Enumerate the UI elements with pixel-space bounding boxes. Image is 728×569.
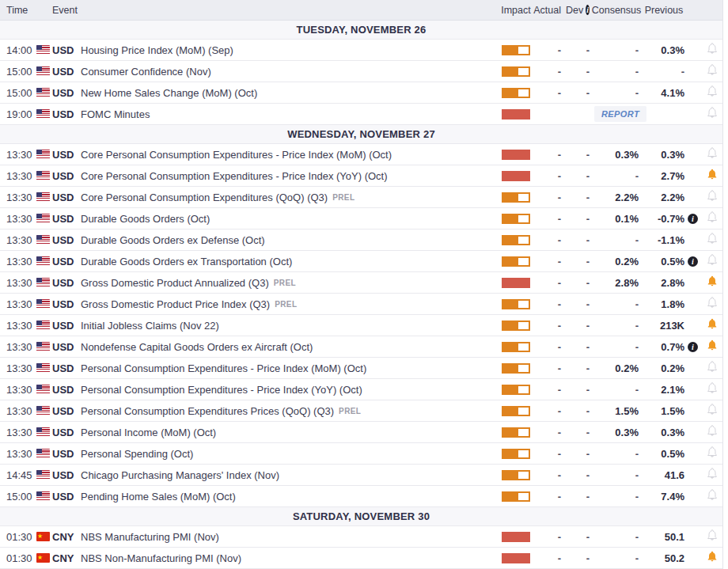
actual-value: - — [534, 531, 566, 543]
consensus-value: - — [594, 44, 643, 56]
event-row[interactable]: 13:30USDDurable Goods Orders (Oct)--0.1%… — [0, 208, 722, 229]
flag-cell — [36, 235, 52, 245]
event-name-cell: New Home Sales Change (MoM) (Oct) — [81, 87, 498, 99]
event-time: 13:30 — [0, 277, 36, 289]
bell-active-icon[interactable] — [706, 168, 719, 184]
consensus-value: - — [594, 66, 643, 78]
currency-code: USD — [52, 491, 81, 503]
impact-indicator-medium — [502, 491, 530, 502]
event-row[interactable]: 13:30USDPersonal Income (MoM) (Oct)--0.3… — [0, 422, 722, 443]
bell-icon[interactable] — [706, 42, 719, 58]
bell-cell — [702, 446, 722, 461]
previous-info-icon[interactable]: i — [688, 214, 698, 224]
report-link[interactable]: REPORT — [594, 106, 646, 122]
event-name-cell: Personal Spending (Oct) — [81, 448, 498, 460]
event-row[interactable]: 13:30USDDurable Goods Orders ex Defense … — [0, 229, 722, 251]
event-name-cell: NBS Non-Manufacturing PMI (Nov) — [81, 552, 498, 564]
event-row[interactable]: 13:30USDGross Domestic Product Annualize… — [0, 272, 722, 294]
flag-cell — [36, 470, 52, 480]
event-row[interactable]: 14:45USDChicago Purchasing Managers' Ind… — [0, 465, 722, 486]
deviation-value: - — [566, 87, 594, 99]
bell-icon[interactable] — [706, 467, 719, 483]
event-row[interactable]: 01:30CNYNBS Manufacturing PMI (Nov)---50… — [0, 526, 722, 548]
bell-icon[interactable] — [706, 146, 719, 162]
event-time: 13:30 — [0, 320, 36, 332]
event-row[interactable]: 13:30USDPersonal Consumption Expenditure… — [0, 400, 722, 422]
bell-icon[interactable] — [706, 296, 719, 312]
impact-cell — [498, 150, 534, 160]
bell-cell — [702, 424, 722, 440]
event-row[interactable]: 15:00USDPending Home Sales (MoM) (Oct)--… — [0, 486, 722, 507]
event-row[interactable]: 14:00USDHousing Price Index (MoM) (Sep)-… — [0, 40, 722, 61]
bell-icon[interactable] — [706, 360, 719, 376]
deviation-value: - — [566, 298, 594, 310]
event-name: Chicago Purchasing Managers' Index (Nov) — [81, 469, 279, 481]
bell-icon[interactable] — [706, 106, 719, 122]
flag-cell — [36, 150, 52, 159]
event-row[interactable]: 13:30USDPersonal Consumption Expenditure… — [0, 358, 722, 379]
prel-badge: PREL — [274, 279, 296, 287]
bell-active-icon[interactable] — [706, 550, 719, 566]
event-row[interactable]: 13:30USDNondefense Capital Goods Orders … — [0, 336, 722, 358]
flag-cell — [36, 66, 52, 76]
event-row[interactable]: 13:30USDGross Domestic Product Price Ind… — [0, 294, 722, 315]
bell-active-icon[interactable] — [706, 275, 719, 290]
bell-icon[interactable] — [706, 189, 719, 205]
previous-info-icon[interactable]: i — [688, 256, 698, 267]
event-row[interactable]: 13:30USDCore Personal Consumption Expend… — [0, 144, 722, 165]
deviation-value: - — [566, 149, 594, 161]
event-row[interactable]: 13:30USDCore Personal Consumption Expend… — [0, 187, 722, 208]
bell-icon[interactable] — [706, 63, 719, 79]
event-time: 13:30 — [0, 213, 36, 225]
event-row[interactable]: 01:30CNYNBS Non-Manufacturing PMI (Nov)-… — [0, 548, 722, 569]
consensus-value: - — [594, 491, 643, 503]
impact-indicator-medium — [502, 45, 530, 55]
event-row[interactable]: 15:00USDNew Home Sales Change (MoM) (Oct… — [0, 82, 722, 104]
event-row[interactable]: 19:00USDFOMC MinutesREPORT — [0, 104, 722, 125]
flag-cell — [36, 385, 52, 394]
actual-value: - — [534, 256, 566, 267]
bell-icon[interactable] — [706, 232, 719, 248]
bell-icon[interactable] — [706, 85, 719, 101]
event-row[interactable]: 13:30USDCore Personal Consumption Expend… — [0, 165, 722, 187]
impact-indicator-high — [502, 109, 530, 119]
event-row[interactable]: 15:00USDConsumer Confidence (Nov)---- — [0, 61, 722, 82]
event-row[interactable]: 13:30USDPersonal Consumption Expenditure… — [0, 379, 722, 400]
dev-info-icon[interactable]: i — [586, 5, 590, 15]
event-name-cell: FOMC Minutes — [81, 108, 498, 120]
bell-active-icon[interactable] — [706, 317, 719, 333]
consensus-value: 1.5% — [594, 405, 643, 417]
bell-icon[interactable] — [706, 381, 719, 397]
impact-indicator-medium — [502, 470, 530, 480]
us-flag-icon — [36, 491, 50, 501]
bell-icon[interactable] — [706, 424, 719, 440]
event-name: Durable Goods Orders (Oct) — [81, 213, 210, 225]
event-time: 15:00 — [0, 87, 36, 99]
previous-info-icon[interactable]: i — [688, 342, 698, 352]
us-flag-icon — [36, 256, 50, 266]
deviation-value: - — [566, 277, 594, 289]
bell-icon[interactable] — [706, 403, 719, 419]
bell-active-icon[interactable] — [706, 339, 719, 355]
currency-code: USD — [52, 87, 81, 99]
bell-cell — [702, 339, 722, 355]
bell-icon[interactable] — [706, 253, 719, 269]
bell-cell — [702, 550, 722, 566]
us-flag-icon — [36, 66, 50, 76]
event-time: 14:45 — [0, 469, 36, 481]
event-row[interactable]: 13:30USDPersonal Spending (Oct)---0.5% — [0, 443, 722, 465]
event-name-cell: Core Personal Consumption Expenditures -… — [81, 170, 498, 182]
bell-icon[interactable] — [706, 488, 719, 504]
bell-icon[interactable] — [706, 211, 719, 226]
actual-value: - — [534, 448, 566, 460]
bell-icon[interactable] — [706, 446, 719, 461]
bell-cell — [702, 467, 722, 483]
event-name: Nondefense Capital Goods Orders ex Aircr… — [81, 341, 313, 353]
event-row[interactable]: 13:30USDDurable Goods Orders ex Transpor… — [0, 251, 722, 272]
currency-code: USD — [52, 448, 81, 460]
impact-cell — [498, 406, 534, 416]
event-time: 13:30 — [0, 448, 36, 460]
consensus-value: REPORT — [594, 106, 643, 122]
bell-icon[interactable] — [706, 529, 719, 544]
event-row[interactable]: 13:30USDInitial Jobless Claims (Nov 22)-… — [0, 315, 722, 336]
